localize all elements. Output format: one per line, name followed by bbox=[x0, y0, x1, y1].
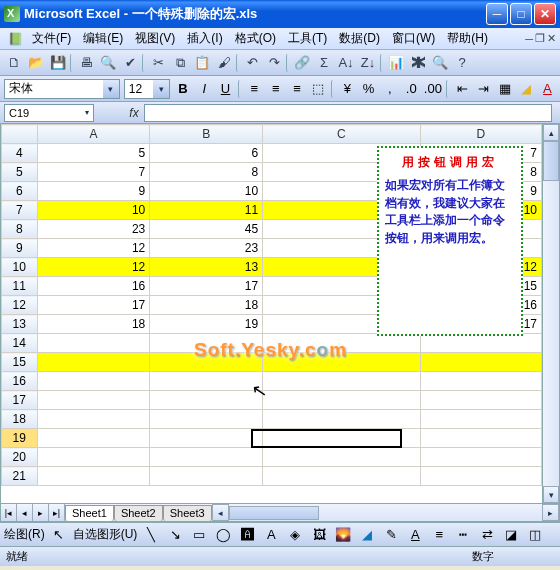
col-header-a[interactable]: A bbox=[37, 125, 150, 144]
cell[interactable] bbox=[37, 372, 150, 391]
formula-input[interactable] bbox=[144, 104, 552, 122]
scroll-track[interactable] bbox=[543, 181, 559, 486]
tab-prev-icon[interactable]: ◂ bbox=[17, 504, 33, 521]
arrow-icon[interactable]: ↘ bbox=[165, 525, 185, 545]
scroll-up-icon[interactable]: ▴ bbox=[543, 124, 559, 141]
cell[interactable] bbox=[150, 372, 263, 391]
tab-first-icon[interactable]: |◂ bbox=[1, 504, 17, 521]
cell[interactable]: 8 bbox=[150, 163, 263, 182]
row-header[interactable]: 17 bbox=[2, 391, 38, 410]
currency-icon[interactable]: ¥ bbox=[339, 79, 356, 99]
arrow-style-icon[interactable]: ⇄ bbox=[477, 525, 497, 545]
cell[interactable] bbox=[420, 334, 541, 353]
menu-help[interactable]: 帮助(H) bbox=[441, 28, 494, 49]
row-header[interactable]: 12 bbox=[2, 296, 38, 315]
bold-button[interactable]: B bbox=[174, 79, 191, 99]
doc-close-button[interactable]: ✕ bbox=[547, 32, 556, 45]
undo-icon[interactable]: ↶ bbox=[242, 53, 262, 73]
cell[interactable] bbox=[420, 372, 541, 391]
cell[interactable] bbox=[263, 391, 421, 410]
merge-icon[interactable]: ⬚ bbox=[310, 79, 327, 99]
menu-insert[interactable]: 插入(I) bbox=[181, 28, 228, 49]
cell[interactable] bbox=[37, 429, 150, 448]
indent-inc-icon[interactable]: ⇥ bbox=[475, 79, 492, 99]
cell[interactable]: 23 bbox=[150, 239, 263, 258]
cell[interactable] bbox=[37, 448, 150, 467]
cell[interactable]: 13 bbox=[150, 258, 263, 277]
col-header-c[interactable]: C bbox=[263, 125, 421, 144]
hscroll-thumb[interactable] bbox=[229, 506, 319, 520]
fx-icon[interactable]: fx bbox=[124, 106, 144, 120]
cell-grid[interactable]: A B C D 45677578986910971011108234591223… bbox=[1, 124, 542, 503]
zoom-icon[interactable]: 🔍 bbox=[430, 53, 450, 73]
3d-icon[interactable]: ◫ bbox=[525, 525, 545, 545]
cell[interactable]: 23 bbox=[37, 220, 150, 239]
draw-menu[interactable]: 绘图(R) bbox=[4, 526, 45, 543]
fill-color-icon[interactable]: ◢ bbox=[517, 79, 534, 99]
doc-restore-button[interactable]: ❐ bbox=[535, 32, 545, 45]
cell[interactable]: 12 bbox=[37, 239, 150, 258]
inc-decimal-icon[interactable]: .0 bbox=[403, 79, 420, 99]
cell[interactable] bbox=[263, 372, 421, 391]
menu-window[interactable]: 窗口(W) bbox=[386, 28, 441, 49]
row-header[interactable]: 7 bbox=[2, 201, 38, 220]
horizontal-scrollbar[interactable]: ◂ ▸ bbox=[212, 504, 559, 521]
save-icon[interactable]: 💾 bbox=[48, 53, 68, 73]
redo-icon[interactable]: ↷ bbox=[264, 53, 284, 73]
tab-last-icon[interactable]: ▸| bbox=[49, 504, 65, 521]
help-icon[interactable]: ? bbox=[452, 53, 472, 73]
chevron-down-icon[interactable]: ▾ bbox=[85, 108, 89, 117]
font-size-combo[interactable]: 12 ▾ bbox=[124, 79, 171, 99]
line-style-icon[interactable]: ≡ bbox=[429, 525, 449, 545]
menu-format[interactable]: 格式(O) bbox=[229, 28, 282, 49]
select-all-corner[interactable] bbox=[2, 125, 38, 144]
chart-icon[interactable]: 📊 bbox=[386, 53, 406, 73]
cell[interactable]: 10 bbox=[37, 201, 150, 220]
indent-dec-icon[interactable]: ⇤ bbox=[454, 79, 471, 99]
percent-icon[interactable]: % bbox=[360, 79, 377, 99]
doc-minimize-button[interactable]: ─ bbox=[525, 33, 533, 45]
menu-view[interactable]: 视图(V) bbox=[129, 28, 181, 49]
cell[interactable]: 18 bbox=[37, 315, 150, 334]
name-box[interactable]: C19 ▾ bbox=[4, 104, 94, 122]
cell[interactable] bbox=[37, 334, 150, 353]
row-header[interactable]: 16 bbox=[2, 372, 38, 391]
close-button[interactable]: ✕ bbox=[534, 3, 556, 25]
cell[interactable] bbox=[37, 410, 150, 429]
align-left-icon[interactable]: ≡ bbox=[246, 79, 263, 99]
dash-style-icon[interactable]: ┅ bbox=[453, 525, 473, 545]
shadow-icon[interactable]: ◪ bbox=[501, 525, 521, 545]
cell[interactable]: 17 bbox=[37, 296, 150, 315]
col-header-d[interactable]: D bbox=[420, 125, 541, 144]
autosum-icon[interactable]: Σ bbox=[314, 53, 334, 73]
row-header[interactable]: 14 bbox=[2, 334, 38, 353]
clipart-icon[interactable]: 🖼 bbox=[309, 525, 329, 545]
scroll-down-icon[interactable]: ▾ bbox=[543, 486, 559, 503]
row-header[interactable]: 8 bbox=[2, 220, 38, 239]
cell[interactable] bbox=[37, 353, 150, 372]
tab-sheet3[interactable]: Sheet3 bbox=[163, 505, 212, 521]
hyperlink-icon[interactable]: 🔗 bbox=[292, 53, 312, 73]
minimize-button[interactable]: ─ bbox=[486, 3, 508, 25]
new-icon[interactable]: 🗋 bbox=[4, 53, 24, 73]
row-header[interactable]: 9 bbox=[2, 239, 38, 258]
cell[interactable]: 5 bbox=[37, 144, 150, 163]
row-header[interactable]: 11 bbox=[2, 277, 38, 296]
cell[interactable] bbox=[263, 448, 421, 467]
print-icon[interactable]: 🖶 bbox=[76, 53, 96, 73]
cell[interactable]: 6 bbox=[150, 144, 263, 163]
cell[interactable] bbox=[420, 391, 541, 410]
underline-button[interactable]: U bbox=[217, 79, 234, 99]
cell[interactable] bbox=[150, 467, 263, 486]
fill-icon[interactable]: ◢ bbox=[357, 525, 377, 545]
oval-icon[interactable]: ◯ bbox=[213, 525, 233, 545]
menu-edit[interactable]: 编辑(E) bbox=[77, 28, 129, 49]
copy-icon[interactable]: ⧉ bbox=[170, 53, 190, 73]
cell[interactable]: 11 bbox=[150, 201, 263, 220]
menu-data[interactable]: 数据(D) bbox=[333, 28, 386, 49]
borders-icon[interactable]: ▦ bbox=[496, 79, 513, 99]
scroll-thumb[interactable] bbox=[543, 141, 559, 181]
line-color-icon[interactable]: ✎ bbox=[381, 525, 401, 545]
tab-sheet2[interactable]: Sheet2 bbox=[114, 505, 163, 521]
maximize-button[interactable]: □ bbox=[510, 3, 532, 25]
